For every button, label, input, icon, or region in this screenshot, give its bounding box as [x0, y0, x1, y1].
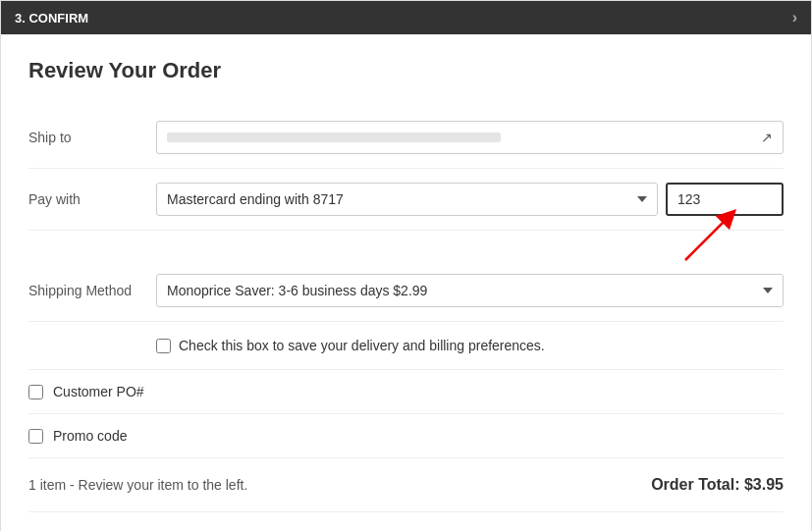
ship-to-row: Ship to ↗ — [28, 107, 784, 169]
customer-po-label: Customer PO# — [53, 384, 144, 399]
save-preferences-row: Check this box to save your delivery and… — [28, 322, 784, 370]
ship-to-edit-icon[interactable]: ↗ — [761, 130, 773, 145]
pay-with-row: Pay with Mastercard ending with 8717 — [28, 169, 784, 231]
ship-to-control: ↗ — [156, 121, 784, 154]
ship-to-label: Ship to — [28, 130, 156, 145]
save-preferences-checkbox[interactable] — [156, 339, 171, 353]
cvv-input[interactable] — [666, 183, 784, 216]
page-title: Review Your Order — [28, 58, 784, 83]
payment-method-select[interactable]: Mastercard ending with 8717 — [156, 183, 658, 216]
svg-line-0 — [685, 216, 730, 260]
promo-code-row: Promo code — [28, 414, 784, 458]
promo-code-checkbox[interactable] — [28, 429, 43, 444]
shipping-method-label: Shipping Method — [28, 283, 156, 298]
pay-with-label: Pay with — [28, 191, 156, 207]
shipping-method-row: Shipping Method Monoprice Saver: 3-6 bus… — [28, 260, 784, 322]
footer-row: Place Order ▶ — [28, 512, 784, 531]
shipping-method-select[interactable]: Monoprice Saver: 3-6 business days $2.99 — [156, 274, 784, 307]
section-header: 3. CONFIRM › — [1, 1, 811, 34]
ship-to-box: ↗ — [156, 121, 784, 154]
customer-po-row: Customer PO# — [28, 370, 784, 414]
order-review-panel: 3. CONFIRM › Review Your Order Ship to ↗… — [0, 0, 812, 531]
customer-po-checkbox[interactable] — [28, 385, 43, 399]
order-total-value: $3.95 — [744, 476, 784, 493]
ship-to-address-blurred — [167, 133, 501, 142]
chevron-icon: › — [792, 9, 797, 27]
order-summary-row: 1 item - Review your item to the left. O… — [28, 458, 784, 512]
promo-code-label: Promo code — [53, 428, 127, 444]
save-preferences-label: Check this box to save your delivery and… — [179, 338, 545, 353]
form-body: Review Your Order Ship to ↗ Pay with Mas… — [1, 34, 811, 531]
items-summary-text: 1 item - Review your item to the left. — [28, 477, 247, 493]
shipping-method-control: Monoprice Saver: 3-6 business days $2.99 — [156, 274, 784, 307]
order-total-label: Order Total: — [651, 476, 739, 493]
step-label: 3. CONFIRM — [15, 11, 88, 26]
pay-with-control: Mastercard ending with 8717 — [156, 183, 784, 216]
order-total: Order Total: $3.95 — [651, 476, 784, 494]
